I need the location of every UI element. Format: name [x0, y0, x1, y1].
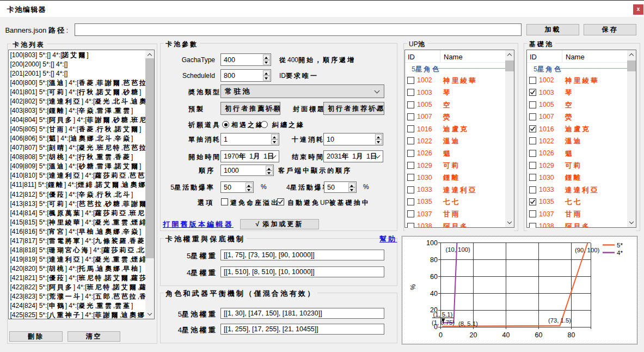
svg-text:80: 80 [430, 256, 438, 264]
svg-text:(1, 5.1): (1, 5.1) [433, 311, 453, 318]
svg-text:60: 60 [430, 273, 438, 281]
svg-text:(90, 100): (90, 100) [575, 247, 599, 253]
svg-text:(8, 5.1): (8, 5.1) [458, 320, 478, 327]
svg-text:(10, 100): (10, 100) [446, 246, 470, 253]
svg-text:20: 20 [469, 331, 477, 339]
svg-text:0: 0 [439, 331, 443, 339]
svg-text:(73, 1.5): (73, 1.5) [548, 317, 571, 324]
svg-text:60: 60 [535, 331, 542, 339]
svg-text:100: 100 [426, 239, 438, 247]
svg-text:4*: 4* [617, 250, 623, 256]
svg-text:%: % [409, 284, 417, 290]
svg-text:80: 80 [567, 331, 575, 339]
svg-text:5*: 5* [617, 242, 623, 248]
svg-text:40: 40 [502, 331, 510, 339]
svg-text:40: 40 [430, 290, 438, 298]
